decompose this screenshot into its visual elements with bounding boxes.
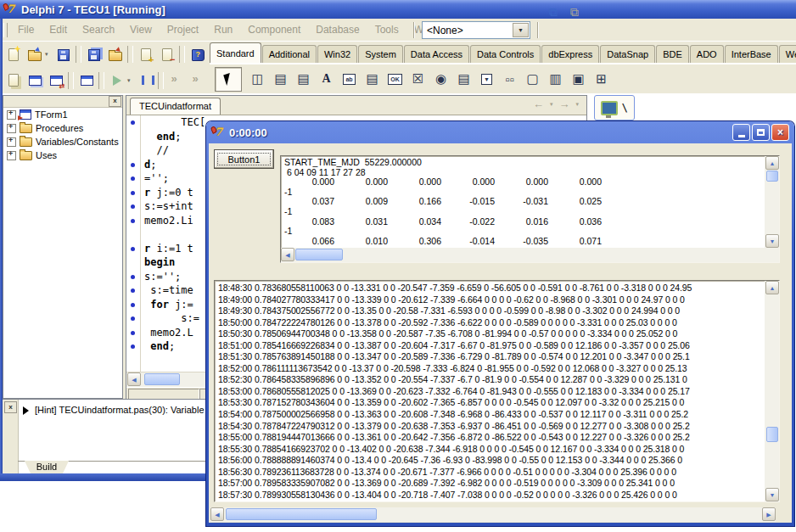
open-icon[interactable] xyxy=(24,44,45,64)
menu-item-search[interactable]: Search xyxy=(75,24,122,36)
palette-tab-standard[interactable]: Standard xyxy=(210,42,261,63)
step-over-icon[interactable] xyxy=(187,70,208,91)
app-window[interactable]: 0:00:00 × Button1 START_TME_MJD 55229.00… xyxy=(206,121,794,526)
button1[interactable]: Button1 xyxy=(214,149,274,169)
chevron-down-icon[interactable]: ▼ xyxy=(513,23,529,37)
scroll-left-icon[interactable]: ◀ xyxy=(210,507,224,521)
expand-plus-icon[interactable] xyxy=(7,124,16,133)
menu-grip[interactable] xyxy=(3,23,8,37)
palette-tab-data-controls[interactable]: Data Controls xyxy=(470,45,541,63)
form-hscroll-thumb[interactable] xyxy=(226,508,377,520)
scroll-up-icon[interactable]: ▲ xyxy=(765,281,779,294)
new-icon[interactable] xyxy=(3,44,24,64)
menu-item-project[interactable]: Project xyxy=(160,24,206,36)
radiogroup-icon[interactable]: ▥ xyxy=(544,68,567,91)
back-caret-icon[interactable]: ▾ xyxy=(547,101,556,108)
set-debug-desktop-icon[interactable]: ⧉ xyxy=(565,3,584,20)
listbox-icon[interactable]: ▤ xyxy=(452,68,475,91)
frames-icon[interactable]: ◫ xyxy=(246,68,269,91)
palette-tab-system[interactable]: System xyxy=(358,45,403,63)
new-form-icon[interactable] xyxy=(76,70,97,91)
view-unit-icon[interactable] xyxy=(3,70,24,91)
back-arrow-icon[interactable]: ← xyxy=(530,98,547,110)
remove-file-icon[interactable] xyxy=(156,44,177,64)
menu-item-run[interactable]: Run xyxy=(206,24,240,36)
memo2-vertical-scrollbar[interactable]: ▲ ▼ xyxy=(765,281,779,501)
tree-item-procedures[interactable]: Procedures xyxy=(3,121,122,135)
scroll-up-icon[interactable]: ▲ xyxy=(765,156,779,170)
close-icon[interactable]: x xyxy=(109,96,121,107)
menu-item-view[interactable]: View xyxy=(122,24,160,36)
floating-desktop-toolbar[interactable]: \ xyxy=(594,95,635,120)
memo1-vscroll-thumb[interactable] xyxy=(766,171,778,182)
menu-item-database[interactable]: Database xyxy=(308,24,367,36)
mainmenu-icon[interactable]: ▤ xyxy=(269,68,292,91)
run-icon[interactable] xyxy=(106,70,127,91)
help-icon[interactable] xyxy=(187,44,208,64)
run-icon-caret[interactable]: ▾ xyxy=(127,77,135,84)
memo1-horizontal-scrollbar[interactable]: ◀ xyxy=(281,248,765,262)
forward-arrow-icon[interactable]: → xyxy=(555,98,573,110)
menu-item-edit[interactable]: Edit xyxy=(42,24,75,36)
trace-into-icon[interactable] xyxy=(165,70,187,91)
scroll-left-icon[interactable]: ◀ xyxy=(281,248,294,261)
memo-icon[interactable]: ▤ xyxy=(361,68,384,91)
form-horizontal-scrollbar[interactable]: ◀ ▶ xyxy=(210,507,776,522)
expand-plus-icon[interactable] xyxy=(7,137,16,147)
pause-icon[interactable] xyxy=(135,70,156,91)
selector-arrow-icon[interactable] xyxy=(215,67,242,92)
editor-hscroll-thumb[interactable] xyxy=(144,373,180,385)
radiobutton-icon[interactable]: ◉ xyxy=(429,68,452,91)
scroll-right-icon[interactable]: ▶ xyxy=(762,507,776,521)
expand-plus-icon[interactable] xyxy=(7,110,16,120)
menu-item-tools[interactable]: Tools xyxy=(367,24,406,36)
palette-tab-bde[interactable]: BDE xyxy=(656,45,689,63)
main-title-bar[interactable]: Delphi 7 - TECU1 [Running] xyxy=(0,0,796,19)
toggle-form-unit-icon[interactable] xyxy=(45,70,66,91)
view-form-icon[interactable] xyxy=(24,70,45,91)
expand-plus-icon[interactable] xyxy=(7,151,16,160)
actionlist-icon[interactable]: ⊞ xyxy=(590,68,613,91)
close-icon[interactable]: x xyxy=(4,401,17,413)
palette-tab-data-access[interactable]: Data Access xyxy=(404,45,469,63)
palette-tab-datasnap[interactable]: DataSnap xyxy=(600,45,655,63)
add-file-icon[interactable] xyxy=(135,44,156,64)
save-icon[interactable] xyxy=(53,44,74,64)
open-icon-caret[interactable]: ▾ xyxy=(45,51,53,58)
tree-item-variables-constants[interactable]: Variables/Constants xyxy=(3,135,122,148)
panel-icon[interactable]: ▣ xyxy=(567,68,590,91)
tree-item-tform1[interactable]: TForm1 xyxy=(3,108,122,121)
menu-item-file[interactable]: File xyxy=(10,24,42,36)
tree-item-uses[interactable]: Uses xyxy=(3,148,122,162)
app-title-bar[interactable]: 0:00:00 × xyxy=(206,121,794,143)
palette-tab-dbexpress[interactable]: dbExpress xyxy=(541,45,599,63)
palette-tab-ado[interactable]: ADO xyxy=(690,45,724,63)
groupbox-icon[interactable]: ▢ xyxy=(521,68,544,91)
palette-tab-win32[interactable]: Win32 xyxy=(317,45,357,63)
save-desktop-icon[interactable]: ⧉ xyxy=(544,3,563,20)
edit-icon[interactable]: ab xyxy=(338,68,361,91)
palette-tab-additional[interactable]: Additional xyxy=(262,45,317,63)
scroll-down-icon[interactable]: ▼ xyxy=(765,488,779,501)
close-icon[interactable]: × xyxy=(771,124,789,141)
palette-tab-interbase[interactable]: InterBase xyxy=(725,45,778,63)
tab-build[interactable]: Build xyxy=(25,461,69,473)
scroll-left-icon[interactable]: ◀ xyxy=(127,372,141,386)
button-icon[interactable]: OK xyxy=(384,68,406,91)
scroll-down-icon[interactable]: ▼ xyxy=(765,234,779,248)
desktop-combo[interactable]: <None> ▼ xyxy=(422,21,530,39)
memo1-vertical-scrollbar[interactable]: ▲ ▼ xyxy=(765,156,779,262)
popupmenu-icon[interactable]: ▤ xyxy=(292,68,315,91)
scrollbar-icon[interactable]: ▫▫ xyxy=(498,68,521,91)
memo2-vscroll-thumb[interactable] xyxy=(766,427,778,442)
label-icon[interactable]: A xyxy=(315,68,338,91)
forward-caret-icon[interactable]: ▾ xyxy=(573,101,581,108)
palette-tab-webservices[interactable]: WebServices xyxy=(779,45,796,63)
memo1-hscroll-thumb[interactable] xyxy=(295,249,343,260)
hint-message[interactable]: [Hint] TECUindatformat.pas(30): Variable… xyxy=(35,405,205,415)
memo2[interactable]: 18:48:30 0.783680558110063 0 0 -13.331 0… xyxy=(214,280,780,502)
tab-tecuindatformat[interactable]: TECUindatformat xyxy=(130,98,221,115)
combobox-icon[interactable]: ▼ xyxy=(475,68,498,91)
minimize-icon[interactable] xyxy=(732,124,750,141)
checkbox-icon[interactable]: ☒ xyxy=(406,68,429,91)
